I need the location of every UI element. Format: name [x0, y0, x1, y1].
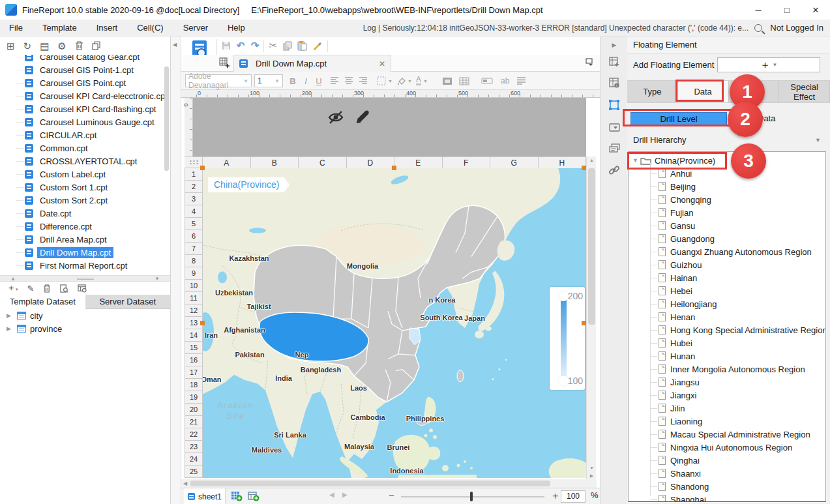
- drill-hierarchy-header[interactable]: Drill Hierarchy ▼: [627, 132, 830, 149]
- log-status-text[interactable]: Log | Seriously:12:04:18 initGeoJSON-33-…: [363, 20, 748, 37]
- align-center-icon[interactable]: [344, 74, 353, 87]
- row-header-16[interactable]: 16: [185, 354, 203, 366]
- align-left-icon[interactable]: [330, 74, 339, 87]
- tab-list-icon[interactable]: [585, 58, 595, 67]
- map-chart[interactable]: China(Province) KazakhstanMongoliaUzbeki…: [203, 168, 586, 478]
- column-header-c[interactable]: C: [299, 157, 347, 168]
- file-tree-item[interactable]: Date.cpt: [0, 207, 170, 220]
- cell-element-icon[interactable]: [608, 56, 620, 68]
- expand-icon[interactable]: ▶: [7, 312, 13, 319]
- font-color-icon[interactable]: A▼: [416, 74, 428, 87]
- add-grid-sheet-icon[interactable]: [231, 491, 243, 501]
- new-template-icon[interactable]: ⊞: [7, 41, 15, 51]
- text-control-icon[interactable]: ab: [501, 74, 509, 87]
- column-header-d[interactable]: D: [347, 157, 395, 168]
- condition-attributes-icon[interactable]: [608, 142, 620, 154]
- tree-item-hebei[interactable]: Hebei: [629, 284, 825, 297]
- menu-item-server[interactable]: Server: [183, 23, 208, 33]
- float-design-area[interactable]: [193, 98, 586, 156]
- file-tree-item[interactable]: Carousel Catalog Gear.cpt: [0, 55, 170, 63]
- tree-item-guangdong[interactable]: Guangdong: [629, 232, 825, 245]
- row-header-4[interactable]: 4: [185, 205, 203, 218]
- column-header-g[interactable]: G: [490, 157, 539, 168]
- tree-item-shaanxi[interactable]: Shaanxi: [629, 467, 825, 480]
- scroll-right-icon[interactable]: ▶: [587, 473, 597, 479]
- file-tree-item[interactable]: CIRCULAR.cpt: [0, 128, 170, 141]
- splitter-handle[interactable]: [77, 278, 94, 280]
- tab-close-icon[interactable]: ✕: [379, 59, 385, 68]
- tree-item-beijing[interactable]: Beijing: [629, 180, 825, 193]
- tree-item-jilin[interactable]: Jilin: [629, 402, 825, 415]
- row-header-19[interactable]: 19: [185, 391, 203, 404]
- row-header-24[interactable]: 24: [185, 453, 203, 466]
- cut-icon[interactable]: ✂: [267, 40, 279, 52]
- column-header-h[interactable]: H: [539, 157, 587, 168]
- dataset-item-city[interactable]: ▶city: [0, 309, 170, 322]
- hyperlink-icon[interactable]: [608, 164, 620, 176]
- file-tree-item[interactable]: Custom Label.cpt: [0, 168, 170, 181]
- horizontal-scrollbar[interactable]: ◀: [181, 479, 597, 488]
- scroll-up-icon[interactable]: ▲: [587, 158, 597, 162]
- tree-item-jiangxi[interactable]: Jiangxi: [629, 389, 825, 402]
- tree-item-chongqing[interactable]: Chongqing: [629, 193, 825, 206]
- cell-attribute-icon[interactable]: i: [608, 77, 620, 89]
- tab-server-dataset[interactable]: Server Dataset: [85, 295, 171, 309]
- scroll-down-icon[interactable]: ▼: [587, 466, 597, 470]
- file-tree-item[interactable]: Carousel Luminous Gauge.cpt: [0, 115, 170, 128]
- tree-item-gansu[interactable]: Gansu: [629, 219, 825, 232]
- preview-dataset-icon[interactable]: [60, 284, 68, 293]
- selection-handle[interactable]: [392, 166, 396, 170]
- sheet-tab[interactable]: sheet1: [184, 488, 226, 504]
- tree-item-shandong[interactable]: Shandong: [629, 480, 825, 493]
- zoom-slider-thumb[interactable]: [470, 492, 473, 501]
- expand-icon[interactable]: ▶: [7, 325, 13, 332]
- edit-dataset-icon[interactable]: ✎: [27, 284, 35, 293]
- new-tab-icon[interactable]: [219, 57, 230, 68]
- file-tree-item[interactable]: Carousel GIS Point.cpt: [0, 76, 170, 89]
- tab-template-dataset[interactable]: Template Dataset: [0, 295, 85, 309]
- undo-icon[interactable]: ↶: [235, 40, 246, 52]
- tree-item-guangxi-zhuang-autonomous-region[interactable]: Guangxi Zhuang Autonomous Region: [629, 245, 825, 258]
- tree-item-ningxia-hui-autonomous-region[interactable]: Ningxia Hui Autonomous Region: [629, 441, 825, 454]
- search-icon[interactable]: [754, 24, 762, 32]
- row-header-25[interactable]: 25: [185, 466, 203, 478]
- file-tree-item[interactable]: CROSSLAYERTOTAL.cpt: [0, 155, 170, 168]
- file-tree-item[interactable]: Drill Area Map.cpt: [0, 233, 170, 246]
- menu-item-cell-c[interactable]: Cell(C): [137, 23, 163, 33]
- menu-item-insert[interactable]: Insert: [96, 23, 118, 33]
- row-header-6[interactable]: 6: [185, 230, 203, 243]
- row-header-8[interactable]: 8: [185, 255, 203, 267]
- row-header-11[interactable]: 11: [185, 292, 203, 304]
- tree-item-hong-kong-special-administrative-region[interactable]: Hong Kong Special Administrative Region: [629, 323, 825, 336]
- row-header-9[interactable]: 9: [185, 267, 203, 280]
- tree-item-inner-mongolia-autonomous-region[interactable]: Inner Mongolia Autonomous Region: [629, 363, 825, 376]
- scroll-left-icon[interactable]: ◀: [183, 479, 187, 488]
- edit-pencil-icon[interactable]: [353, 108, 371, 126]
- format-brush-icon[interactable]: [312, 40, 323, 52]
- fill-color-icon[interactable]: ▼: [396, 74, 412, 87]
- row-header-12[interactable]: 12: [185, 304, 203, 317]
- file-tree-item[interactable]: First Normal Report.cpt: [0, 259, 170, 272]
- save-icon[interactable]: [220, 40, 232, 52]
- file-tree-item[interactable]: Difference.cpt: [0, 220, 170, 233]
- row-header-5[interactable]: 5: [185, 218, 203, 230]
- menu-item-file[interactable]: File: [9, 23, 23, 33]
- bold-button[interactable]: B: [287, 74, 299, 87]
- maximize-button[interactable]: □: [773, 0, 801, 20]
- row-header-7[interactable]: 7: [185, 243, 203, 255]
- border-icon[interactable]: ▼: [377, 74, 393, 87]
- merge-cells-icon[interactable]: [442, 74, 452, 87]
- dataset-item-province[interactable]: ▶province: [0, 322, 170, 335]
- row-header-23[interactable]: 23: [185, 441, 203, 453]
- file-tree-item[interactable]: Custom Sort 2.cpt: [0, 194, 170, 207]
- minimize-button[interactable]: ─: [744, 0, 773, 20]
- file-tree-item[interactable]: Common.cpt: [0, 141, 170, 155]
- menu-item-template[interactable]: Template: [42, 23, 77, 33]
- redo-icon[interactable]: ↷: [249, 40, 261, 52]
- tree-item-guizhou[interactable]: Guizhou: [629, 258, 825, 271]
- close-button[interactable]: ✕: [801, 0, 830, 20]
- font-size-select[interactable]: 1▼: [254, 74, 283, 87]
- add-dataset-icon[interactable]: ＋▾: [7, 282, 18, 294]
- selection-handle[interactable]: [200, 166, 205, 170]
- file-tree-item[interactable]: Carousel KPI Card-elecctronic.cpt: [0, 89, 170, 102]
